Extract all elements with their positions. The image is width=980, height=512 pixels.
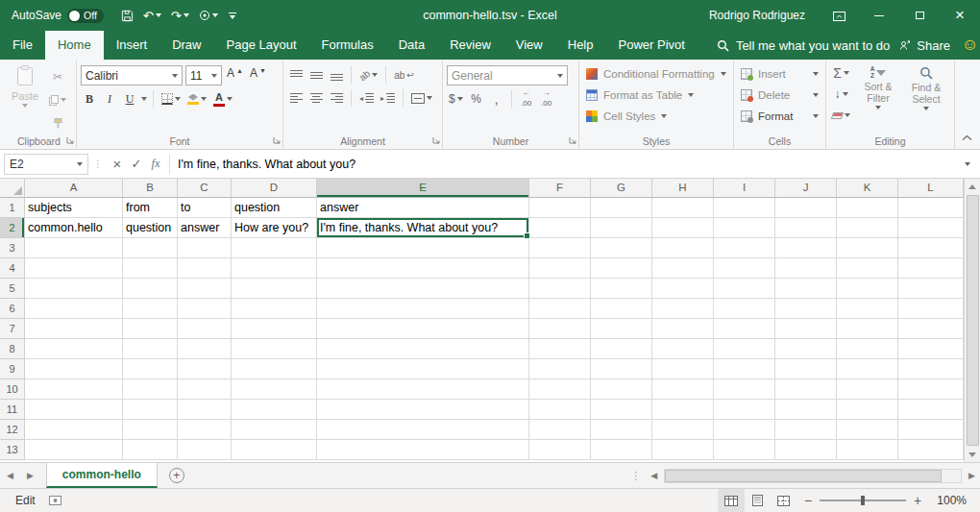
cell-G11[interactable] xyxy=(591,400,652,420)
cell-K8[interactable] xyxy=(837,339,898,359)
cell-B9[interactable] xyxy=(123,359,178,379)
cell-A6[interactable] xyxy=(25,299,123,319)
middle-align-button[interactable] xyxy=(307,65,325,85)
orientation-button[interactable]: ab xyxy=(357,65,380,85)
row-header-2[interactable]: 2 xyxy=(0,218,25,238)
cell-A4[interactable] xyxy=(25,258,123,279)
tab-page-layout[interactable]: Page Layout xyxy=(214,31,309,60)
autosave-toggle[interactable]: AutoSave Off xyxy=(12,9,104,23)
cell-K4[interactable] xyxy=(837,258,898,279)
fill-color-button[interactable] xyxy=(185,89,208,109)
cell-L8[interactable] xyxy=(898,339,964,359)
cell-D12[interactable] xyxy=(232,420,317,440)
cell-A1[interactable]: subjects xyxy=(25,198,123,218)
number-format-select[interactable]: General xyxy=(447,65,568,85)
tab-file[interactable]: File xyxy=(0,31,45,60)
cell-C9[interactable] xyxy=(178,359,232,379)
undo-icon[interactable]: ↶ xyxy=(139,4,165,27)
fill-button[interactable]: ↓ xyxy=(830,85,852,104)
cell-C5[interactable] xyxy=(178,279,232,299)
cell-K3[interactable] xyxy=(837,238,898,258)
share-button[interactable]: Share xyxy=(890,31,960,60)
cell-E13[interactable] xyxy=(317,440,529,460)
decrease-decimal-button[interactable]: →.00 xyxy=(538,89,555,109)
copy-icon[interactable] xyxy=(47,90,68,110)
cell-B2[interactable]: question xyxy=(123,218,178,238)
cell-J7[interactable] xyxy=(775,319,837,339)
tab-home[interactable]: Home xyxy=(45,31,104,60)
cell-C10[interactable] xyxy=(178,379,232,400)
zoom-slider[interactable] xyxy=(820,494,906,507)
column-header-G[interactable]: G xyxy=(591,179,652,198)
page-layout-view-icon[interactable] xyxy=(745,489,771,512)
cell-E6[interactable] xyxy=(317,299,529,319)
user-name[interactable]: Rodrigo Rodriguez xyxy=(709,9,805,22)
row-header-5[interactable]: 5 xyxy=(0,279,25,299)
cell-D3[interactable] xyxy=(232,238,317,258)
tab-power-pivot[interactable]: Power Pivot xyxy=(606,31,698,60)
cell-D1[interactable]: question xyxy=(232,198,317,218)
cell-A13[interactable] xyxy=(25,440,123,460)
cell-H6[interactable] xyxy=(652,299,714,319)
tab-view[interactable]: View xyxy=(503,31,555,60)
cell-G13[interactable] xyxy=(591,440,652,460)
format-as-table-button[interactable]: Format as Table xyxy=(583,85,729,106)
number-dialog-launcher-icon[interactable] xyxy=(569,134,576,147)
tab-insert[interactable]: Insert xyxy=(104,31,160,60)
cell-A10[interactable] xyxy=(25,379,123,400)
cell-E4[interactable] xyxy=(317,258,529,279)
cell-L7[interactable] xyxy=(898,319,964,339)
decrease-font-size-button[interactable]: A▼ xyxy=(248,66,268,85)
row-header-3[interactable]: 3 xyxy=(0,238,25,258)
page-break-view-icon[interactable] xyxy=(771,489,796,512)
tab-formulas[interactable]: Formulas xyxy=(309,31,386,60)
cell-E11[interactable] xyxy=(317,400,529,420)
autosave-pill[interactable]: Off xyxy=(67,9,104,23)
cell-B1[interactable]: from xyxy=(123,198,178,218)
cell-C3[interactable] xyxy=(178,238,232,258)
row-header-10[interactable]: 10 xyxy=(0,379,25,400)
alignment-dialog-launcher-icon[interactable] xyxy=(432,134,440,147)
cell-J8[interactable] xyxy=(775,339,837,359)
cell-L12[interactable] xyxy=(898,420,964,440)
cell-B7[interactable] xyxy=(123,319,178,339)
cell-L13[interactable] xyxy=(898,440,964,460)
cell-B13[interactable] xyxy=(123,440,178,460)
insert-function-icon[interactable]: fx xyxy=(146,154,165,175)
cell-H1[interactable] xyxy=(652,198,714,218)
scroll-up-icon[interactable] xyxy=(965,179,980,194)
close-button[interactable]: × xyxy=(940,0,980,31)
cell-J11[interactable] xyxy=(775,400,837,420)
autosum-button[interactable]: Σ xyxy=(830,63,852,83)
zoom-level[interactable]: 100% xyxy=(937,494,967,507)
cell-D6[interactable] xyxy=(232,299,317,319)
cell-J3[interactable] xyxy=(775,238,837,258)
cell-C2[interactable]: answer xyxy=(178,218,232,238)
cell-C13[interactable] xyxy=(178,440,232,460)
cell-I7[interactable] xyxy=(714,319,775,339)
cell-C8[interactable] xyxy=(178,339,232,359)
cell-J9[interactable] xyxy=(775,359,837,379)
font-name-select[interactable]: Calibri xyxy=(81,65,183,85)
cell-D11[interactable] xyxy=(232,400,317,420)
cell-H12[interactable] xyxy=(652,420,714,440)
cell-H13[interactable] xyxy=(652,440,714,460)
cell-F3[interactable] xyxy=(529,238,591,258)
column-header-H[interactable]: H xyxy=(652,179,714,198)
cell-K12[interactable] xyxy=(837,420,898,440)
merge-center-button[interactable] xyxy=(409,88,434,108)
sort-filter-button[interactable]: AZ Sort & Filter xyxy=(856,63,900,125)
column-header-A[interactable]: A xyxy=(25,179,123,198)
horizontal-scroll-thumb[interactable] xyxy=(665,470,942,482)
tab-review[interactable]: Review xyxy=(437,31,503,60)
tell-me-box[interactable]: Tell me what you want to do xyxy=(717,31,890,60)
clear-button[interactable] xyxy=(830,106,852,125)
minimize-button[interactable] xyxy=(859,0,899,31)
cell-D2[interactable]: How are you? xyxy=(232,218,317,238)
cell-J12[interactable] xyxy=(775,420,837,440)
cell-E10[interactable] xyxy=(317,379,529,400)
cell-L1[interactable] xyxy=(898,198,964,218)
column-header-J[interactable]: J xyxy=(775,179,837,198)
cell-H7[interactable] xyxy=(652,319,714,339)
paste-button[interactable]: Paste xyxy=(6,63,44,133)
